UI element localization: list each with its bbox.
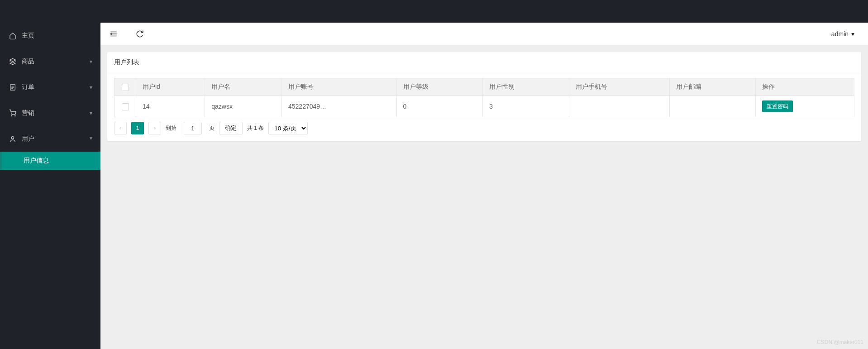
content: 用户列表 用户id 用户名 用户账号 用户等级 用户性别 用户手机号 用户邮编 (100, 45, 868, 349)
header-checkbox-cell (114, 78, 136, 96)
cell-user-gender: 3 (483, 96, 569, 117)
svg-point-5 (11, 115, 12, 116)
row-checkbox-cell (114, 96, 136, 117)
sidebar-item-users[interactable]: 用户 ▴ (0, 126, 100, 152)
sidebar-item-home[interactable]: 主页 (0, 23, 100, 48)
column-header: 用户账号 (282, 78, 397, 96)
goto-page-input[interactable] (184, 122, 202, 134)
sidebar-item-marketing[interactable]: 营销 ▾ (0, 100, 100, 126)
cell-user-level: 0 (396, 96, 483, 117)
total-count-label: 共 1 条 (247, 124, 264, 132)
goto-suffix-label: 页 (209, 124, 215, 132)
sidebar-item-label: 主页 (22, 32, 92, 40)
select-all-checkbox[interactable] (122, 84, 129, 91)
cell-user-account: 452227049… (282, 96, 397, 117)
cell-user-name: qazwsx (205, 96, 282, 117)
cell-user-phone (569, 96, 669, 117)
user-icon (8, 135, 17, 143)
refresh-button[interactable] (136, 30, 144, 38)
reset-password-button[interactable]: 重置密码 (762, 100, 793, 112)
layers-icon (8, 58, 17, 65)
sidebar-item-label: 订单 (22, 83, 90, 91)
sidebar-item-orders[interactable]: 订单 ▾ (0, 74, 100, 100)
table-row: 14 qazwsx 452227049… 0 3 重置密码 (114, 96, 854, 117)
username-label: admin (831, 30, 849, 38)
chevron-down-icon: ▾ (90, 110, 92, 116)
card: 用户列表 用户id 用户名 用户账号 用户等级 用户性别 用户手机号 用户邮编 (107, 52, 861, 141)
column-header: 用户名 (205, 78, 282, 96)
svg-marker-0 (10, 58, 15, 62)
cell-user-postcode (669, 96, 756, 117)
document-icon (8, 84, 17, 91)
page-size-select[interactable]: 10 条/页 (268, 122, 308, 134)
watermark: CSDN @maker011 (817, 339, 863, 345)
page-number-button[interactable]: 1 (131, 122, 144, 134)
user-menu[interactable]: admin ▾ (831, 30, 859, 38)
svg-point-6 (15, 115, 15, 116)
header: admin ▾ (100, 23, 868, 45)
prev-page-button[interactable] (114, 122, 127, 134)
table-header-row: 用户id 用户名 用户账号 用户等级 用户性别 用户手机号 用户邮编 操作 (114, 78, 854, 96)
home-icon (8, 32, 17, 39)
sidebar-item-label: 用户 (22, 135, 90, 143)
sidebar-item-goods[interactable]: 商品 ▾ (0, 48, 100, 74)
sidebar-subitem-user-info[interactable]: 用户信息 (0, 152, 100, 170)
user-table: 用户id 用户名 用户账号 用户等级 用户性别 用户手机号 用户邮编 操作 (114, 78, 854, 117)
top-bar (0, 0, 868, 23)
pagination: 1 到第 页 确定 共 1 条 10 条/页 (114, 117, 854, 134)
sidebar: 主页 商品 ▾ 订单 ▾ 营销 ▾ 用户 ▴ 用户信息 (0, 23, 100, 349)
chevron-up-icon: ▴ (90, 136, 92, 142)
column-header: 用户等级 (396, 78, 483, 96)
row-checkbox[interactable] (122, 103, 129, 110)
column-header: 用户邮编 (669, 78, 756, 96)
column-header: 用户性别 (483, 78, 569, 96)
dropdown-caret-icon: ▾ (851, 30, 854, 38)
cell-actions: 重置密码 (756, 96, 854, 117)
card-body: 用户id 用户名 用户账号 用户等级 用户性别 用户手机号 用户邮编 操作 (107, 73, 861, 141)
goto-confirm-button[interactable]: 确定 (219, 122, 243, 134)
column-header: 用户id (136, 78, 205, 96)
card-title: 用户列表 (107, 52, 861, 73)
cart-icon (8, 110, 17, 117)
column-header: 用户手机号 (569, 78, 669, 96)
sidebar-item-label: 营销 (22, 109, 90, 117)
sidebar-item-label: 商品 (22, 57, 90, 66)
column-header: 操作 (756, 78, 854, 96)
chevron-down-icon: ▾ (90, 84, 92, 91)
goto-prefix-label: 到第 (166, 124, 176, 132)
chevron-down-icon: ▾ (90, 58, 92, 65)
next-page-button[interactable] (148, 122, 161, 134)
main-area: admin ▾ 用户列表 用户id 用户名 用户账号 用户等级 用户性别 (100, 23, 868, 349)
cell-user-id: 14 (136, 96, 205, 117)
header-left (110, 30, 144, 38)
collapse-sidebar-button[interactable] (110, 30, 118, 38)
sidebar-subitem-label: 用户信息 (24, 157, 49, 165)
svg-point-7 (11, 136, 14, 139)
